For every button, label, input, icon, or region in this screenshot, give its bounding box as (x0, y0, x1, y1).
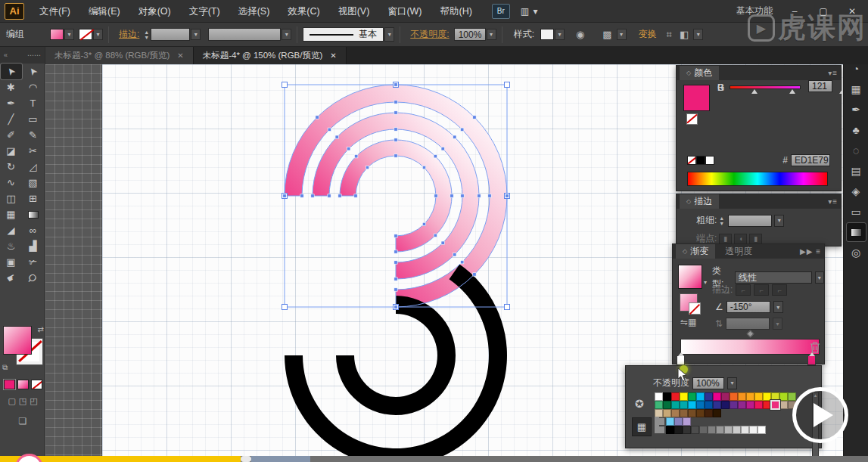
swatch-cell[interactable] (683, 417, 691, 426)
shape-builder-tool[interactable]: ◫ (1, 191, 22, 206)
column-graph-tool[interactable]: ▟ (23, 238, 44, 254)
swatch-cell[interactable] (691, 426, 699, 434)
stroke-along-button[interactable]: ⌐ (754, 284, 769, 296)
swatch-cell[interactable] (671, 392, 680, 401)
transform-link[interactable]: 变换 (639, 28, 657, 41)
stroke-panel-weight-field[interactable] (728, 215, 772, 227)
swatch-cell[interactable] (705, 409, 713, 417)
progress-handle[interactable] (241, 456, 251, 462)
gradient-angle-dropdown[interactable]: ▾ (773, 301, 783, 313)
swatch-cell[interactable] (688, 401, 696, 409)
gradient-slider-bar[interactable] (680, 339, 820, 355)
none-swatch[interactable] (687, 156, 696, 165)
opacity-link[interactable]: 不透明度: (410, 28, 449, 41)
swatch-cell[interactable] (705, 392, 713, 401)
toolbar-collapse-icon[interactable]: « (4, 51, 8, 59)
swatch-cell[interactable] (708, 426, 716, 434)
pencil-tool[interactable]: ✎ (23, 127, 44, 143)
swatch-cell[interactable] (655, 392, 663, 401)
gradient-expand-icon[interactable]: ▶▶ (800, 247, 813, 256)
align-icon[interactable]: ⌗ (667, 29, 672, 41)
pen-tool[interactable]: ✒ (1, 95, 22, 111)
video-progress-bar[interactable] (0, 456, 868, 462)
mesh-tool[interactable]: ▦ (1, 206, 22, 222)
swatch-cell[interactable] (663, 392, 671, 401)
swatch-cell[interactable] (680, 392, 688, 401)
none-mode-button[interactable] (31, 380, 42, 389)
rotate-tool[interactable]: ↻ (1, 159, 22, 175)
paintbrush-tool[interactable]: ✐ (1, 127, 22, 143)
stroke-within-button[interactable]: ⌐ (736, 284, 751, 296)
delete-stop-icon[interactable] (810, 341, 820, 355)
select-similar-icon[interactable]: ▩ (602, 29, 611, 40)
menu-item[interactable]: 文件(F) (30, 0, 79, 23)
transparency-panel-icon[interactable]: ◎ (847, 243, 866, 262)
stroke-weight-link[interactable]: 描边: (119, 28, 139, 41)
swatch-cell[interactable] (680, 401, 688, 409)
swatch-cell[interactable] (705, 401, 713, 409)
gradient-tool[interactable] (23, 206, 44, 222)
swatch-folder-icon[interactable] (655, 418, 664, 425)
zoom-tool[interactable]: Ϙ (23, 270, 44, 286)
style-dropdown[interactable]: ▾ (555, 29, 565, 40)
artboards-panel-icon[interactable]: ▭ (847, 203, 866, 221)
gradient-swatch[interactable] (679, 265, 702, 288)
eraser-tool[interactable]: ◪ (1, 143, 22, 159)
opacity-field[interactable]: 100% (454, 28, 486, 41)
direct-selection-tool[interactable]: ➤ (23, 64, 44, 79)
ai-logo[interactable]: Ai (5, 3, 24, 20)
document-tab[interactable]: 未标题-3* @ 88% (RGB/预览)✕ (45, 47, 194, 64)
swatch-cell[interactable] (688, 392, 696, 401)
swatch-cell[interactable] (738, 392, 746, 401)
blend-tool[interactable]: ∞ (23, 222, 44, 238)
swatch-cell[interactable] (683, 426, 691, 434)
gradient-mode-button[interactable] (17, 380, 29, 389)
stroke-weight-dropdown[interactable]: ▾ (191, 29, 201, 40)
gradient-menu-icon[interactable]: ≡ (816, 247, 821, 256)
fill-dropdown-arrow[interactable]: ▾ (64, 29, 74, 40)
tab-close-icon[interactable]: ✕ (177, 51, 183, 60)
menu-item[interactable]: 选择(S) (229, 0, 279, 23)
hex-field[interactable]: ED1E79 (791, 154, 830, 166)
swatch-cell[interactable] (754, 392, 763, 401)
swatch-cell[interactable] (688, 409, 696, 417)
magic-wand-tool[interactable]: ✱ (1, 79, 22, 95)
minimize-button[interactable]: – (786, 6, 803, 17)
select-similar-dropdown[interactable]: ▾ (617, 29, 627, 40)
projecting-cap-button[interactable]: ▮ (749, 234, 762, 244)
transparency-panel-tab[interactable]: 透明度 (718, 244, 759, 259)
gradient-type-dropdown[interactable]: ▾ (815, 271, 824, 284)
stroke-across-button[interactable]: ⌐ (772, 284, 787, 296)
bridge-button[interactable]: Br (492, 4, 510, 19)
width-profile-field[interactable] (208, 28, 281, 41)
swatch-cell[interactable] (788, 392, 796, 401)
draw-inside-icon[interactable]: ◰ (30, 396, 37, 406)
hand-tool[interactable]: ☛ (1, 270, 22, 286)
swatch-cell[interactable] (758, 426, 766, 434)
stroke-panel-tab[interactable]: ◇描边 (680, 194, 719, 209)
gradient-stroke-indicator[interactable] (680, 294, 697, 311)
black-swatch[interactable] (696, 156, 705, 165)
document-tab[interactable]: 未标题-4* @ 150% (RGB/预览)✕ (194, 47, 347, 64)
selection-tool[interactable]: ➤ (1, 64, 22, 79)
swatch-view-icon[interactable]: ▦ (632, 417, 652, 436)
swatch-cell[interactable] (696, 401, 705, 409)
channel-slider-thumb[interactable] (789, 89, 795, 94)
style-swatch[interactable] (540, 29, 554, 40)
lasso-tool[interactable]: ◠ (23, 79, 44, 95)
scale-tool[interactable]: ◿ (23, 159, 44, 175)
eyedropper-tool[interactable]: ◢ (1, 222, 22, 238)
menu-item[interactable]: 编辑(E) (79, 0, 129, 23)
swatch-cell[interactable] (716, 426, 724, 434)
maximize-button[interactable]: ▢ (815, 6, 832, 17)
swatch-cell[interactable] (771, 392, 779, 401)
workspace-switcher[interactable]: 基本功能 (736, 5, 773, 17)
slice-tool[interactable]: ✃ (23, 254, 44, 270)
brush-definition-dropdown[interactable]: ▾ (384, 27, 394, 42)
swatch-cell[interactable] (779, 401, 788, 409)
swatch-cell[interactable] (663, 401, 671, 409)
menu-item[interactable]: 帮助(H) (431, 0, 481, 23)
shape-mode-dropdown[interactable]: ▾ (693, 29, 703, 40)
round-cap-button[interactable]: ◖ (734, 234, 747, 244)
swatch-cell[interactable] (730, 392, 738, 401)
